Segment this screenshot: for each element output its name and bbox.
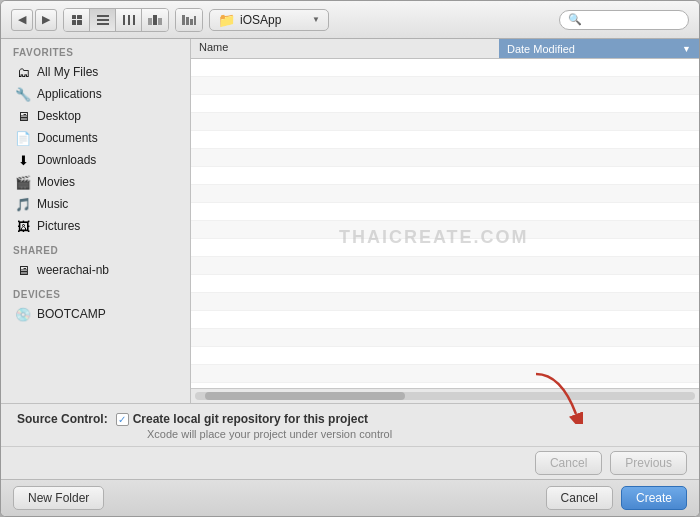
search-icon: 🔍: [568, 13, 582, 26]
cancel-button[interactable]: Cancel: [546, 486, 613, 510]
sidebar-item-label: Movies: [37, 175, 75, 189]
view-btn-group: [63, 8, 169, 32]
prev-row: Cancel Previous: [1, 446, 699, 479]
toolbar: ◀ ▶ 📁 iOSApp ▼: [1, 1, 699, 39]
back-button[interactable]: ◀: [11, 9, 33, 31]
sidebar-item-label: weerachai-nb: [37, 263, 109, 277]
table-row[interactable]: [191, 59, 699, 77]
table-row[interactable]: [191, 203, 699, 221]
sort-indicator: ▼: [682, 44, 691, 54]
search-box[interactable]: 🔍: [559, 10, 689, 30]
sidebar-item-documents[interactable]: 📄 Documents: [5, 127, 186, 149]
sidebar-item-pictures[interactable]: 🖼 Pictures: [5, 215, 186, 237]
sidebar-item-desktop[interactable]: 🖥 Desktop: [5, 105, 186, 127]
table-row[interactable]: [191, 185, 699, 203]
downloads-icon: ⬇: [15, 152, 31, 168]
shared-section-label: SHARED: [1, 237, 190, 259]
svg-rect-0: [97, 15, 109, 17]
svg-rect-11: [190, 19, 193, 25]
table-row[interactable]: [191, 77, 699, 95]
svg-rect-10: [186, 17, 189, 25]
source-control-panel: Source Control: ✓ Create local git repos…: [1, 403, 699, 446]
table-row[interactable]: [191, 95, 699, 113]
cancel-prev-button[interactable]: Cancel: [535, 451, 602, 475]
sidebar-item-label: BOOTCAMP: [37, 307, 106, 321]
coverflow-view-button[interactable]: [142, 9, 168, 31]
create-button[interactable]: Create: [621, 486, 687, 510]
content-area: FAVORITES 🗂 All My Files 🔧 Applications …: [1, 39, 699, 403]
svg-rect-3: [123, 15, 125, 25]
table-row[interactable]: [191, 347, 699, 365]
applications-icon: 🔧: [15, 86, 31, 102]
table-row[interactable]: [191, 329, 699, 347]
sidebar-item-bootcamp[interactable]: 💿 BOOTCAMP: [5, 303, 186, 325]
table-row[interactable]: [191, 167, 699, 185]
col-name-header[interactable]: Name: [191, 39, 499, 58]
new-folder-button[interactable]: New Folder: [13, 486, 104, 510]
list-view-button[interactable]: [90, 9, 116, 31]
svg-rect-7: [153, 15, 157, 25]
all-my-files-icon: 🗂: [15, 64, 31, 80]
sidebar-item-applications[interactable]: 🔧 Applications: [5, 83, 186, 105]
bottom-bar: New Folder Cancel Create: [1, 479, 699, 516]
table-row[interactable]: [191, 149, 699, 167]
movies-icon: 🎬: [15, 174, 31, 190]
desktop-icon: 🖥: [15, 108, 31, 124]
sidebar-item-label: Pictures: [37, 219, 80, 233]
previous-button[interactable]: Previous: [610, 451, 687, 475]
documents-icon: 📄: [15, 130, 31, 146]
table-row[interactable]: [191, 293, 699, 311]
source-control-main-text: Create local git repository for this pro…: [133, 412, 368, 426]
scrollbar-thumb[interactable]: [205, 392, 405, 400]
forward-button[interactable]: ▶: [35, 9, 57, 31]
source-control-row: Source Control: ✓ Create local git repos…: [17, 412, 683, 426]
path-dropdown[interactable]: 📁 iOSApp ▼: [209, 9, 329, 31]
scrollbar-track: [195, 392, 695, 400]
table-row[interactable]: [191, 131, 699, 149]
sidebar: FAVORITES 🗂 All My Files 🔧 Applications …: [1, 39, 191, 403]
path-label: iOSApp: [240, 13, 307, 27]
file-list: Name Date Modified ▼: [191, 39, 699, 403]
folder-icon: 📁: [218, 12, 235, 28]
sidebar-item-downloads[interactable]: ⬇ Downloads: [5, 149, 186, 171]
table-row[interactable]: [191, 239, 699, 257]
arrange-btn-group: [175, 8, 203, 32]
file-list-header: Name Date Modified ▼: [191, 39, 699, 59]
svg-rect-8: [158, 18, 162, 25]
sidebar-item-all-my-files[interactable]: 🗂 All My Files: [5, 61, 186, 83]
table-row[interactable]: [191, 275, 699, 293]
source-control-sub-text: Xcode will place your project under vers…: [147, 428, 683, 440]
horizontal-scrollbar[interactable]: [191, 388, 699, 403]
table-row[interactable]: [191, 311, 699, 329]
sidebar-item-movies[interactable]: 🎬 Movies: [5, 171, 186, 193]
table-row[interactable]: [191, 113, 699, 131]
favorites-section-label: FAVORITES: [1, 39, 190, 61]
checkbox-wrapper: ✓ Create local git repository for this p…: [116, 412, 368, 426]
sidebar-item-label: Desktop: [37, 109, 81, 123]
dropdown-arrow-icon: ▼: [312, 15, 320, 24]
network-icon: 🖥: [15, 262, 31, 278]
table-row[interactable]: [191, 257, 699, 275]
icon-view-button[interactable]: [64, 9, 90, 31]
search-input[interactable]: [586, 14, 680, 26]
music-icon: 🎵: [15, 196, 31, 212]
sidebar-item-label: Downloads: [37, 153, 96, 167]
table-row[interactable]: [191, 221, 699, 239]
svg-rect-5: [133, 15, 135, 25]
sidebar-item-label: Applications: [37, 87, 102, 101]
col-date-header[interactable]: Date Modified ▼: [499, 39, 699, 58]
git-repo-checkbox[interactable]: ✓: [116, 413, 129, 426]
arrange-button[interactable]: [176, 9, 202, 31]
column-view-button[interactable]: [116, 9, 142, 31]
sidebar-item-label: Music: [37, 197, 68, 211]
sidebar-item-weerachai[interactable]: 🖥 weerachai-nb: [5, 259, 186, 281]
svg-rect-6: [148, 18, 152, 25]
sidebar-item-label: Documents: [37, 131, 98, 145]
table-row[interactable]: [191, 365, 699, 383]
svg-rect-9: [182, 15, 185, 25]
finder-window: ◀ ▶ 📁 iOSApp ▼: [0, 0, 700, 517]
svg-rect-12: [194, 16, 196, 25]
sidebar-item-music[interactable]: 🎵 Music: [5, 193, 186, 215]
sidebar-item-label: All My Files: [37, 65, 98, 79]
svg-rect-1: [97, 19, 109, 21]
